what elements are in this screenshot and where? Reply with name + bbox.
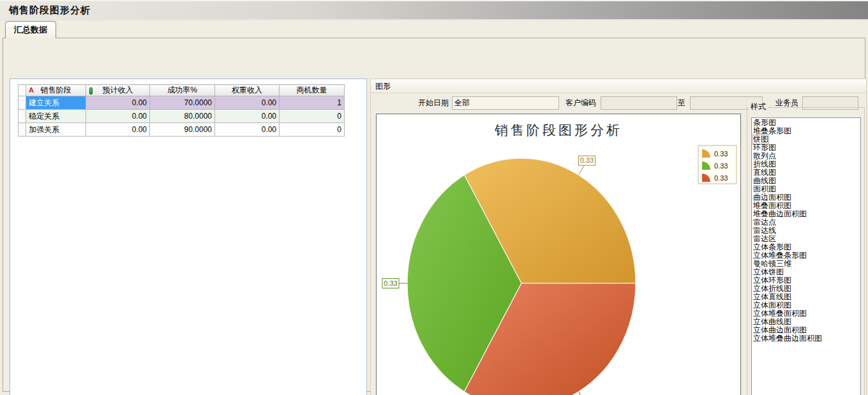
start-date-input[interactable] <box>452 96 559 110</box>
row-indicator-cell <box>19 123 26 137</box>
column-header[interactable]: A销售阶段 <box>26 85 86 96</box>
row-indicator-cell <box>19 110 26 123</box>
legend-label: 0.33 <box>714 150 728 158</box>
column-header-label: 成功率% <box>167 86 197 94</box>
window-title-bar: 销售阶段图形分析 <box>0 0 868 20</box>
capsule-icon <box>89 87 93 94</box>
table-row: 建立关系0.0070.00000.001 <box>19 96 345 110</box>
column-header[interactable]: 预计收入 <box>86 85 150 96</box>
page-title: 销售阶段图形分析 <box>0 4 91 17</box>
customer-code-input[interactable] <box>601 96 677 110</box>
slice-label: 0.33 <box>384 279 397 287</box>
weighted-revenue-cell[interactable]: 0.00 <box>215 96 280 110</box>
graph-group-caption: 图形 <box>371 79 866 93</box>
stage-table-panel: A销售阶段预计收入成功率%权重收入商机数量 建立关系0.0070.00000.0… <box>10 78 367 395</box>
stage-cell[interactable]: 加强关系 <box>26 123 86 137</box>
column-header-label: 销售阶段 <box>41 86 71 94</box>
to-label: 至 <box>675 96 685 110</box>
tab-strip: 汇总数据 <box>0 20 868 38</box>
column-header[interactable]: 成功率% <box>150 85 215 96</box>
customer-code-label: 客户编码 <box>560 96 596 110</box>
column-header[interactable]: 商机数量 <box>280 85 345 96</box>
weighted-revenue-cell[interactable]: 0.00 <box>215 123 280 137</box>
stage-table-header: A销售阶段预计收入成功率%权重收入商机数量 <box>19 85 345 96</box>
stage-table-body: 建立关系0.0070.00000.001稳定关系0.0080.00000.000… <box>19 96 345 137</box>
style-group: 条形图堆叠条形图饼图环形图散列点折线图直线图曲线图面积图曲边面积图堆叠面积图堆叠… <box>747 107 865 395</box>
success-rate-cell[interactable]: 80.0000 <box>150 110 215 123</box>
stage-cell[interactable]: 建立关系 <box>26 96 86 110</box>
label-leader-line <box>579 392 587 395</box>
chart-canvas: 销售阶段图形分析0.330.330.330.330.330.33 <box>376 114 741 395</box>
style-list-item[interactable]: 立体堆叠曲边面积图 <box>753 334 860 343</box>
tab-summary-data[interactable]: 汇总数据 <box>5 21 56 38</box>
opportunity-count-cell[interactable]: 1 <box>280 96 345 110</box>
legend-label: 0.33 <box>714 174 728 182</box>
column-header[interactable]: 权重收入 <box>215 85 280 96</box>
stage-cell[interactable]: 稳定关系 <box>26 110 86 123</box>
expected-revenue-cell[interactable]: 0.00 <box>86 123 150 137</box>
style-group-caption: 样式 <box>749 101 768 112</box>
letter-a-icon: A <box>29 86 34 94</box>
expected-revenue-cell[interactable]: 0.00 <box>86 110 150 123</box>
column-header-label: 权重收入 <box>232 86 262 94</box>
success-rate-cell[interactable]: 70.0000 <box>150 96 215 110</box>
chart-title: 销售阶段图形分析 <box>495 123 622 138</box>
table-row: 稳定关系0.0080.00000.000 <box>19 110 345 123</box>
expected-revenue-cell[interactable]: 0.00 <box>86 96 150 110</box>
graph-group: 图形 开始日期 客户编码 至 业务员 销售阶段图形分析0.330.330.330… <box>370 78 867 395</box>
opportunity-count-cell[interactable]: 0 <box>280 110 345 123</box>
slice-label: 0.33 <box>580 156 594 164</box>
style-list-item-label: 立体堆叠曲边面积图 <box>753 334 822 343</box>
success-rate-cell[interactable]: 90.0000 <box>150 123 215 137</box>
row-indicator-header <box>19 85 26 96</box>
column-header-label: 商机数量 <box>297 86 327 94</box>
stage-table: A销售阶段预计收入成功率%权重收入商机数量 建立关系0.0070.00000.0… <box>18 84 345 137</box>
style-list: 条形图堆叠条形图饼图环形图散列点折线图直线图曲线图面积图曲边面积图堆叠面积图堆叠… <box>751 117 861 395</box>
start-date-label: 开始日期 <box>407 96 449 110</box>
legend-label: 0.33 <box>714 162 728 170</box>
content-panel: A销售阶段预计收入成功率%权重收入商机数量 建立关系0.0070.00000.0… <box>3 38 865 392</box>
row-indicator-cell <box>19 96 26 110</box>
opportunity-count-cell[interactable]: 0 <box>280 123 345 137</box>
column-header-label: 预计收入 <box>103 86 133 94</box>
style-list-item[interactable]: 堆叠条形图 <box>753 127 860 135</box>
weighted-revenue-cell[interactable]: 0.00 <box>215 110 280 123</box>
table-row: 加强关系0.0090.00000.000 <box>19 123 345 137</box>
